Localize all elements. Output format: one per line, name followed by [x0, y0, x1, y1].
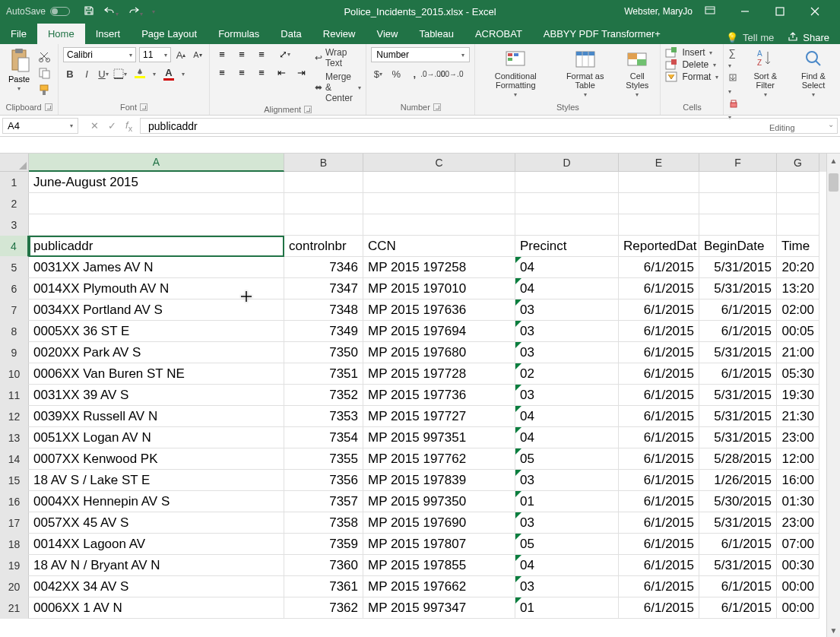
row-header[interactable]: 19 [0, 555, 29, 576]
cell[interactable]: 6/1/2015 [699, 363, 777, 385]
cell[interactable]: 7355 [284, 448, 363, 470]
cell[interactable]: 5/31/2015 [699, 342, 777, 363]
cell[interactable]: 1/26/2015 [699, 470, 777, 491]
cell[interactable]: 03 [515, 321, 619, 342]
col-header-A[interactable]: A [29, 154, 284, 172]
cell[interactable]: MP 2015 197728 [363, 363, 515, 385]
cell[interactable]: 04 [515, 278, 619, 299]
cell[interactable]: MP 2015 197855 [363, 555, 515, 576]
cell[interactable]: MP 2015 997351 [363, 427, 515, 448]
format-painter-icon[interactable] [38, 84, 53, 96]
cancel-icon[interactable]: ✕ [90, 120, 99, 132]
cell[interactable]: 01:30 [777, 491, 819, 512]
tab-acrobat[interactable]: ACROBAT [464, 24, 533, 44]
cell[interactable] [363, 172, 515, 193]
cell[interactable]: 6/1/2015 [619, 278, 699, 299]
sort-filter-button[interactable]: AZ Sort & Filter▾ [745, 47, 785, 100]
cell[interactable]: 7358 [284, 512, 363, 534]
wrap-text-button[interactable]: ↩Wrap Text [315, 47, 361, 68]
cell[interactable]: 00:00 [777, 576, 819, 597]
cell[interactable]: Precinct [515, 236, 619, 257]
cell[interactable]: 04 [515, 406, 619, 427]
cell[interactable]: 01 [515, 597, 619, 619]
cell[interactable]: 0007XX Kenwood PK [29, 448, 284, 470]
cell[interactable]: 0014XX Lagoon AV [29, 534, 284, 555]
spreadsheet-grid[interactable]: ABCDEFG 12345678910111213141516171819202… [0, 154, 840, 637]
row-header[interactable]: 14 [0, 448, 29, 470]
cut-icon[interactable] [38, 50, 53, 62]
scroll-up-icon[interactable]: ▲ [827, 154, 840, 167]
cell[interactable]: June-August 2015 [29, 172, 284, 193]
enter-icon[interactable]: ✓ [108, 120, 116, 132]
align-right-icon[interactable]: ≡ [254, 65, 269, 79]
cell[interactable]: 7360 [284, 555, 363, 576]
cell[interactable]: 07:00 [777, 534, 819, 555]
align-center-icon[interactable]: ≡ [234, 65, 249, 79]
align-top-icon[interactable]: ≡ [214, 47, 230, 61]
row-header[interactable]: 17 [0, 512, 29, 534]
cell[interactable]: 6/1/2015 [699, 299, 777, 321]
ribbon-display-icon[interactable] [705, 6, 715, 17]
cell[interactable]: 03 [515, 342, 619, 363]
tab-file[interactable]: File [0, 24, 37, 44]
row-header[interactable]: 4 [0, 236, 29, 257]
scroll-down-icon[interactable]: ▼ [827, 623, 840, 637]
cell[interactable]: MP 2015 197662 [363, 576, 515, 597]
cell[interactable]: 12:00 [777, 448, 819, 470]
cell[interactable]: 05 [515, 448, 619, 470]
col-header-E[interactable]: E [619, 154, 699, 172]
cell[interactable]: BeginDate [699, 236, 777, 257]
cell[interactable]: 03 [515, 512, 619, 534]
cell[interactable]: 6/1/2015 [619, 342, 699, 363]
increase-decimal-icon[interactable]: .0→.00 [426, 67, 439, 81]
underline-button[interactable]: U▾ [97, 67, 110, 81]
cell[interactable]: 7351 [284, 363, 363, 385]
font-size-select[interactable]: 11▾ [139, 47, 171, 62]
row-header[interactable]: 8 [0, 321, 29, 342]
cell[interactable]: 02 [515, 363, 619, 385]
bold-button[interactable]: B [63, 67, 77, 81]
font-color-button[interactable]: A [159, 67, 179, 81]
cell[interactable]: controlnbr [284, 236, 363, 257]
cell[interactable]: 03 [515, 470, 619, 491]
cell[interactable] [777, 214, 819, 236]
cell[interactable]: 0006XX Van Buren ST NE [29, 363, 284, 385]
tab-abbyy[interactable]: ABBYY PDF Transformer+ [533, 24, 671, 44]
cell[interactable]: 6/1/2015 [619, 555, 699, 576]
cell[interactable]: ReportedDat [619, 236, 699, 257]
cell[interactable] [515, 193, 619, 214]
cell[interactable]: 6/1/2015 [619, 491, 699, 512]
cell[interactable]: 6/1/2015 [619, 363, 699, 385]
border-button[interactable]: ▾ [113, 67, 127, 81]
cell[interactable]: MP 2015 197839 [363, 470, 515, 491]
alignment-dialog-icon[interactable] [304, 106, 312, 113]
cell[interactable]: 7359 [284, 534, 363, 555]
vertical-scrollbar[interactable]: ▲ ▼ [826, 154, 840, 637]
cell[interactable]: 5/31/2015 [699, 406, 777, 427]
align-left-icon[interactable]: ≡ [214, 65, 230, 79]
cell[interactable]: MP 2015 197807 [363, 534, 515, 555]
tab-data[interactable]: Data [270, 24, 312, 44]
cell[interactable]: 0031XX 39 AV S [29, 385, 284, 406]
name-box[interactable]: A4▾ [2, 118, 78, 134]
close-button[interactable] [797, 0, 832, 23]
cell[interactable]: 05:30 [777, 363, 819, 385]
tab-view[interactable]: View [366, 24, 408, 44]
cell[interactable]: 0042XX 34 AV S [29, 576, 284, 597]
cell[interactable]: 6/1/2015 [619, 597, 699, 619]
tab-pagelayout[interactable]: Page Layout [131, 24, 208, 44]
cell[interactable]: Time [777, 236, 819, 257]
cell[interactable]: 7353 [284, 406, 363, 427]
cell[interactable]: MP 2015 197690 [363, 512, 515, 534]
cell[interactable] [515, 172, 619, 193]
tab-review[interactable]: Review [312, 24, 366, 44]
col-header-F[interactable]: F [699, 154, 777, 172]
row-header[interactable]: 7 [0, 299, 29, 321]
cell[interactable] [284, 214, 363, 236]
number-format-select[interactable]: Number▾ [371, 47, 470, 62]
cell[interactable]: 6/1/2015 [699, 576, 777, 597]
font-name-select[interactable]: Calibri▾ [63, 47, 136, 62]
autosum-button[interactable]: ∑ ▾ [728, 47, 739, 70]
formula-input[interactable]: publicaddr ⌄ [140, 118, 838, 134]
row-header[interactable]: 9 [0, 342, 29, 363]
